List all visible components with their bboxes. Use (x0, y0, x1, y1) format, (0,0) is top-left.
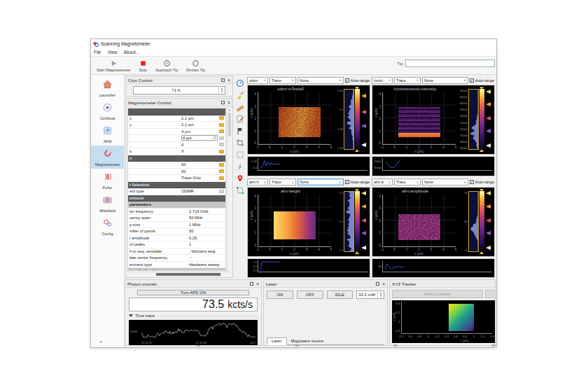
parameter-value[interactable]: 0 (181, 143, 218, 147)
xyz-tracker-plot[interactable]: y (µm) 5.45.254.8 3.43.63.844.24.44.64.8… (392, 300, 495, 343)
parameter-value[interactable]: Trace Only (181, 176, 218, 180)
trace-select[interactable]: Trace∨ (394, 77, 421, 84)
source-select[interactable]: odmr∨ (247, 77, 268, 84)
level-arrow-icon[interactable] (361, 124, 366, 128)
temperature-spinbox[interactable]: 71 K ▲▼ (133, 86, 225, 94)
horizontal-scrollbar[interactable] (127, 272, 231, 276)
float-icon[interactable] (250, 282, 253, 286)
level-arrow-icon[interactable] (361, 143, 366, 147)
start-magnetometer-button[interactable]: Start Magnetometer (92, 57, 135, 74)
start-xy-tracker-button[interactable]: Start xy tracker (392, 290, 483, 298)
level-arrow-icon[interactable] (486, 116, 491, 120)
overlay-select[interactable]: None∨ (422, 77, 468, 84)
sidebar-item-pulse[interactable]: Pulse (91, 169, 124, 192)
float-icon[interactable] (376, 282, 379, 286)
level-arrow-icon[interactable] (486, 144, 491, 148)
laser-power-spinbox[interactable]: 33.2 mW ▲▼ (356, 290, 384, 299)
colorbar-gradient[interactable] (479, 89, 484, 150)
sidebar-item-confocal[interactable]: Confocal (91, 99, 124, 122)
sidebar-item-widefield[interactable]: Widefield (91, 192, 124, 215)
location-pin-icon[interactable] (236, 173, 244, 181)
time-trace-header[interactable]: Time trace (129, 314, 258, 318)
colorbar-gradient[interactable] (355, 191, 360, 252)
source-select[interactable]: afm:a∨ (372, 178, 393, 186)
clean-icon[interactable] (236, 90, 244, 98)
parameter-value[interactable]: 2.719 GHz (189, 209, 225, 214)
region-select-icon[interactable] (236, 185, 244, 193)
source-select[interactable]: lumin∨ (372, 77, 393, 84)
retract-tip-button[interactable]: Retract Tip (182, 57, 209, 74)
sidebar-item-launcher[interactable]: Launcher (91, 76, 124, 99)
close-icon[interactable]: × (227, 101, 230, 104)
colorbar-gradient[interactable] (355, 89, 360, 150)
parameter-value[interactable]: Hardware sweep (189, 262, 225, 267)
flag-icon[interactable] (236, 125, 244, 134)
apply-button[interactable] (218, 130, 225, 133)
colorbar-gradient[interactable] (479, 191, 484, 252)
stop-button[interactable]: Stop (135, 57, 151, 74)
scan-map-area[interactable]: odmr:mTesla0y (µm)43210-1012345x (µm)5.4… (247, 85, 370, 155)
level-arrow-icon[interactable] (361, 218, 366, 223)
trace-strip-chart[interactable]: 720007000001e-052e-053e-054e-05 (372, 156, 495, 176)
scan-map-area[interactable]: afm:heighty (µm)43210-1012345x (µm)2.12.… (247, 187, 370, 257)
parameter-value[interactable]: 2.1 µm (181, 122, 218, 127)
parameter-spinbox[interactable]: 4 µm▲▼ (181, 135, 218, 141)
scan-map-area[interactable]: afm:amplitudey (µm)43210-1012345x (µm)90… (372, 187, 495, 257)
trace-strip-chart[interactable]: 2.12.01.901e-052e-053e-054e-05 (247, 258, 370, 279)
parameter-value[interactable]: 1 (189, 242, 225, 246)
clipped-button[interactable] (485, 290, 495, 298)
sidebar-item-magnetometer[interactable]: Magnetometer (91, 146, 124, 169)
spinner-arrows-icon[interactable]: ▲▼ (218, 88, 225, 93)
overlay-select[interactable]: None∨ (422, 178, 468, 186)
compass-icon[interactable] (236, 78, 244, 86)
parameter-checkbox[interactable]: ✓ (189, 255, 225, 260)
ruler-icon[interactable] (236, 102, 244, 110)
level-arrow-icon[interactable] (486, 129, 491, 133)
parameter-value[interactable]: ODMR (181, 189, 218, 193)
parameter-value[interactable]: ..\lib\odmr.seqt (189, 249, 225, 253)
menu-item-view[interactable]: View (107, 50, 117, 55)
parameter-value[interactable]: 0.25 (189, 236, 225, 240)
apply-button[interactable] (218, 143, 225, 146)
source-select[interactable]: afm:h∨ (247, 178, 268, 186)
laser-idle-button[interactable]: IDLE (327, 290, 354, 299)
pin-icon[interactable] (236, 161, 244, 169)
sidebar-item-afm[interactable]: AFM (91, 122, 124, 146)
apply-button[interactable] (218, 176, 225, 180)
overlay-select[interactable]: None∨ (298, 178, 344, 186)
apply-button[interactable] (218, 150, 225, 153)
trace-strip-chart[interactable]: 8001e-052e-053e-054e-05 (372, 258, 495, 279)
level-arrow-icon[interactable] (361, 191, 366, 195)
parameter-value[interactable]: 60 (181, 162, 218, 167)
laser-on-button[interactable]: ON (267, 290, 293, 299)
edit-page-icon[interactable] (236, 113, 244, 122)
overlay-select[interactable]: None∨ (298, 77, 344, 84)
level-arrow-icon[interactable] (486, 246, 491, 250)
parameter-value[interactable]: 50 (189, 229, 225, 233)
level-arrow-icon[interactable] (486, 90, 491, 94)
level-arrow-icon[interactable] (486, 191, 491, 195)
apply-button[interactable] (218, 136, 225, 140)
float-icon[interactable] (221, 101, 225, 104)
sidebar-item-config[interactable]: Config (91, 215, 124, 238)
approach-tip-button[interactable]: Approach Tip (151, 57, 182, 74)
trace-select[interactable]: Trace∨ (394, 178, 421, 186)
parameter-value[interactable]: 2.1 µm (181, 116, 218, 120)
auto-range-toggle[interactable]: ✓Auto-range (470, 180, 495, 184)
apply-button[interactable] (218, 123, 225, 127)
apply-button[interactable] (218, 163, 225, 167)
parameter-value[interactable]: 60 (181, 169, 218, 174)
close-icon[interactable]: × (227, 78, 230, 82)
apply-button[interactable] (218, 190, 225, 193)
level-arrow-icon[interactable] (361, 94, 366, 98)
time-trace-plot[interactable]: 70000 22:12:1522:12:3022:1 (129, 320, 258, 345)
parameter-value[interactable]: 50 MHz (189, 216, 225, 220)
parameter-value[interactable]: 4 µm (181, 130, 218, 134)
level-arrow-icon[interactable] (361, 231, 366, 235)
apply-button[interactable] (218, 169, 225, 173)
trace-select[interactable]: Trace∨ (270, 178, 296, 186)
blank-square-icon[interactable] (236, 149, 244, 158)
level-arrow-icon[interactable] (361, 204, 366, 209)
parameter-value[interactable]: 1 MHz (189, 223, 225, 227)
parameter-value[interactable]: X (181, 149, 218, 153)
